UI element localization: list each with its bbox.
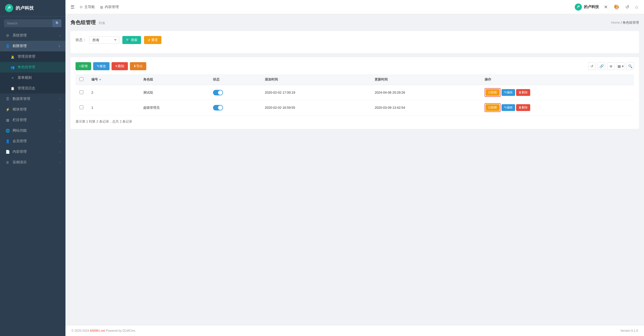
sidebar: 卢 的卢科技 🔍 ⚙ 系统管理 ‹ 👤 权限管理 ∨ 👨‍💼 管理员管理 👥 bbox=[0, 0, 65, 336]
theme-icon-btn[interactable]: 🎨 bbox=[613, 3, 620, 11]
home-icon-btn[interactable]: ⌂ bbox=[634, 3, 639, 11]
search-icon: 🔍 bbox=[126, 38, 130, 42]
sidebar-item-module[interactable]: ⚡ 模块管理 ‹ bbox=[0, 104, 65, 115]
table-wrap: 编号 ▼ 角色组 状态 添加时间 更新时间 操作 bbox=[76, 74, 634, 115]
sidebar-submenu-permission: 👨‍💼 管理员管理 👥 角色组管理 ≡ 菜单规则 📋 管理员日志 bbox=[0, 51, 65, 94]
sidebar-logo: 卢 的卢科技 bbox=[0, 0, 65, 16]
cell-update-time-1: 2024-04-06 20:29:26 bbox=[371, 85, 481, 100]
row-checkbox-2[interactable] bbox=[80, 105, 83, 109]
sidebar-item-menu-rule[interactable]: ≡ 菜单规则 bbox=[0, 72, 65, 83]
perm-highlight-1: ☑权限 bbox=[485, 88, 500, 97]
reset-btn[interactable]: ↺ 重置 bbox=[144, 36, 161, 44]
action-cell-1: ☑权限 ✎编辑 🗑删除 bbox=[485, 88, 630, 97]
toolbar-left: +新增 ✎修改 ✕删除 ⬇导出 bbox=[76, 62, 146, 70]
status-select[interactable]: 所有 正常 禁用 bbox=[89, 36, 119, 44]
table-row: 1 超级管理员 2020-02-02 16:59:55 2020-03-09 1… bbox=[76, 100, 634, 115]
link-btn[interactable]: 🔗 bbox=[598, 62, 605, 70]
menu-toggle-button[interactable]: ☰ bbox=[70, 4, 75, 10]
edit-button[interactable]: ✎修改 bbox=[93, 62, 110, 70]
sort-desc-icon: ▼ bbox=[99, 78, 101, 81]
member-icon: 👤 bbox=[5, 139, 10, 143]
sidebar-item-database[interactable]: 🗄 数据库管理 ‹ bbox=[0, 94, 65, 104]
sidebar-item-role-group[interactable]: 👥 角色组管理 bbox=[0, 62, 65, 72]
col-add-time: 添加时间 bbox=[261, 74, 371, 85]
chevron-right-icon: ‹ bbox=[59, 140, 60, 143]
search-input[interactable] bbox=[4, 19, 52, 27]
refresh-table-btn[interactable]: ↺ bbox=[588, 62, 596, 70]
table-row: 2 测试组 2020-02-02 17:00:19 2024-04-06 20:… bbox=[76, 85, 634, 100]
group-icon: 👥 bbox=[10, 65, 15, 69]
page-title: 角色组管理 bbox=[70, 19, 96, 26]
breadcrumb-current: 角色组管理 bbox=[623, 21, 639, 24]
sidebar-search-wrap: 🔍 bbox=[0, 16, 65, 30]
sidebar-item-demo[interactable]: 🖥 实例演示 ‹ bbox=[0, 157, 65, 168]
topbar-nav-content[interactable]: ▦ 内容管理 bbox=[100, 5, 119, 9]
select-all-checkbox[interactable] bbox=[80, 77, 83, 81]
content-area: 角色组管理 列表 Home / 角色组管理 状态： 所有 正常 禁用 🔍 bbox=[65, 14, 644, 325]
page-title-wrap: 角色组管理 列表 bbox=[70, 19, 105, 26]
search-button[interactable]: 🔍 bbox=[52, 19, 61, 27]
close-icon-btn[interactable]: ✕ bbox=[603, 3, 609, 11]
add-col-btn[interactable]: ⊕ bbox=[607, 62, 615, 70]
pagination-info: 显示第 1 到第 2 条记录，总共 2 条记录 bbox=[76, 119, 634, 124]
sidebar-nav: ⚙ 系统管理 ‹ 👤 权限管理 ∨ 👨‍💼 管理员管理 👥 角色组管理 ≡ 菜单… bbox=[0, 30, 65, 336]
row-checkbox-1[interactable] bbox=[80, 90, 83, 94]
col-id: 编号 ▼ bbox=[87, 74, 139, 85]
col-update-time: 更新时间 bbox=[371, 74, 481, 85]
sidebar-item-admin-log[interactable]: 📋 管理员日志 bbox=[0, 83, 65, 94]
breadcrumb: Home / 角色组管理 bbox=[611, 20, 639, 25]
edit-row-button-1[interactable]: ✎编辑 bbox=[502, 89, 515, 96]
delete-row-button-2[interactable]: 🗑删除 bbox=[516, 104, 530, 111]
chevron-right-icon: ‹ bbox=[59, 108, 60, 111]
perm-highlight-2: ☑权限 bbox=[485, 103, 500, 112]
cell-action-2: ☑权限 ✎编辑 🗑删除 bbox=[481, 100, 634, 115]
add-button[interactable]: +新增 bbox=[76, 62, 91, 70]
chevron-down-icon: ∨ bbox=[58, 45, 60, 48]
breadcrumb-home[interactable]: Home bbox=[611, 21, 620, 24]
content-icon: 📄 bbox=[5, 150, 10, 154]
reset-icon: ↺ bbox=[148, 38, 150, 42]
delete-row-button-1[interactable]: 🗑删除 bbox=[516, 89, 530, 96]
col-action: 操作 bbox=[481, 74, 634, 85]
footer-link[interactable]: 848981.net bbox=[90, 329, 105, 332]
edit-row-button-2[interactable]: ✎编辑 bbox=[502, 104, 515, 111]
chevron-right-icon: ‹ bbox=[59, 161, 60, 164]
search-btn[interactable]: 🔍 搜索 bbox=[122, 36, 141, 44]
chevron-right-icon: ‹ bbox=[59, 119, 60, 122]
cell-add-time-1: 2020-02-02 17:00:19 bbox=[261, 85, 371, 100]
sidebar-item-member[interactable]: 👤 会员管理 ‹ bbox=[0, 136, 65, 146]
page-subtitle: 列表 bbox=[99, 21, 105, 25]
sidebar-item-column[interactable]: ▦ 栏目管理 ‹ bbox=[0, 115, 65, 125]
sidebar-item-permission[interactable]: 👤 权限管理 ∨ bbox=[0, 41, 65, 51]
page-header: 角色组管理 列表 Home / 角色组管理 bbox=[70, 19, 639, 26]
sidebar-item-admin-manage[interactable]: 👨‍💼 管理员管理 bbox=[0, 51, 65, 62]
sidebar-item-website[interactable]: 🌐 网站功能 ‹ bbox=[0, 125, 65, 136]
sidebar-item-content[interactable]: 📄 内容管理 ‹ bbox=[0, 146, 65, 157]
toggle-status-2[interactable] bbox=[213, 105, 223, 110]
sidebar-item-system[interactable]: ⚙ 系统管理 ‹ bbox=[0, 30, 65, 41]
status-label: 状态： bbox=[76, 38, 86, 42]
topbar-nav-main[interactable]: ⚙ 主导航 bbox=[80, 5, 95, 9]
col-group: 角色组 bbox=[139, 74, 209, 85]
sort-id[interactable]: 编号 ▼ bbox=[91, 77, 101, 82]
columns-btn[interactable]: ▦ ▾ bbox=[617, 62, 624, 70]
toggle-knob-2 bbox=[218, 105, 223, 110]
delete-button[interactable]: ✕删除 bbox=[112, 62, 128, 70]
refresh-icon-btn[interactable]: ↺ bbox=[624, 3, 630, 11]
export-button[interactable]: ⬇导出 bbox=[130, 62, 146, 70]
cell-id-1: 2 bbox=[87, 85, 139, 100]
grid-icon: ▦ bbox=[100, 5, 103, 9]
website-icon: 🌐 bbox=[5, 129, 10, 133]
toggle-status-1[interactable] bbox=[213, 90, 223, 95]
perm-button-2[interactable]: ☑权限 bbox=[486, 104, 499, 111]
search-table-btn[interactable]: 🔍 bbox=[626, 62, 634, 70]
perm-button-1[interactable]: ☑权限 bbox=[486, 89, 499, 96]
gear-icon: ⚙ bbox=[80, 5, 83, 9]
chevron-right-icon: ‹ bbox=[59, 150, 60, 153]
toolbar: +新增 ✎修改 ✕删除 ⬇导出 ↺ 🔗 ⊕ ▦ ▾ 🔍 bbox=[76, 62, 634, 70]
admin-icon: 👨‍💼 bbox=[10, 55, 15, 59]
role-group-table: 编号 ▼ 角色组 状态 添加时间 更新时间 操作 bbox=[76, 74, 634, 115]
toolbar-right: ↺ 🔗 ⊕ ▦ ▾ 🔍 bbox=[588, 62, 634, 70]
column-icon: ▦ bbox=[5, 118, 10, 122]
sidebar-logo-text: 的卢科技 bbox=[16, 5, 34, 11]
